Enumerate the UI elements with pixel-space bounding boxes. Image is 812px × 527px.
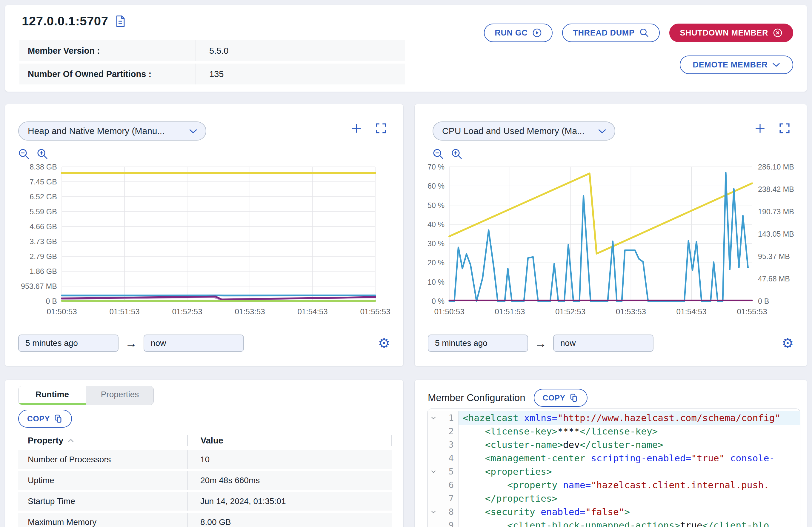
tab-runtime[interactable]: Runtime [18,386,86,405]
cell-value: 20m 48s 660ms [187,471,392,490]
chart-settings-gear-icon[interactable]: ⚙ [378,336,390,350]
svg-text:7.45 GB: 7.45 GB [30,178,57,186]
cpu-chart-metric-dropdown[interactable]: CPU Load and Used Memory (Ma... [433,121,615,141]
add-chart-icon[interactable] [754,123,766,134]
svg-text:01:51:53: 01:51:53 [109,307,140,316]
sort-caret-up-icon [68,438,74,442]
column-divider [391,435,392,446]
thread-dump-button[interactable]: THREAD DUMP [562,24,659,42]
table-row: Number of Processors10 [18,450,392,469]
zoom-in-icon[interactable] [37,148,49,160]
svg-text:01:51:53: 01:51:53 [495,307,525,316]
member-info-table: Member Version :5.5.0Number Of Owned Par… [19,40,405,85]
code-content: <security enabled="false"> [459,505,800,519]
code-gutter: 6 [427,478,459,492]
time-range-from-input[interactable] [428,335,528,352]
fold-chevron-icon[interactable] [427,470,439,473]
arrow-right-icon: → [535,337,547,350]
run-gc-button[interactable]: RUN GC [484,24,553,42]
time-range-to-input[interactable] [144,335,244,352]
table-row: Uptime20m 48s 660ms [18,471,392,490]
svg-text:40 %: 40 % [427,220,445,229]
member-info-row: Member Version :5.5.0 [19,40,405,61]
svg-text:10 %: 10 % [427,278,445,286]
heap-memory-chart-card: Heap and Native Memory (Manu... [5,104,404,366]
svg-text:2.79 GB: 2.79 GB [30,252,57,261]
code-gutter: 5 [427,465,459,478]
page-title: 127.0.0.1:5707 [22,14,108,28]
cpu-chart-metric-label: CPU Load and Used Memory (Ma... [442,126,584,136]
info-value: 135 [195,63,405,85]
line-number: 9 [439,519,454,527]
add-chart-icon[interactable] [351,123,362,134]
svg-text:01:55:53: 01:55:53 [737,307,767,316]
svg-text:143.05 MB: 143.05 MB [758,230,794,238]
fold-chevron-icon[interactable] [427,510,439,514]
chevron-down-icon [598,129,606,134]
chart-settings-gear-icon[interactable]: ⚙ [782,336,794,350]
cell-property: Startup Time [18,497,187,506]
member-configuration-card: Member Configuration COPY 1<hazelcast xm… [414,380,807,527]
code-line: 7 </properties> [427,492,800,505]
code-line: 3 <cluster-name>dev</cluster-name> [427,438,800,452]
copy-icon [570,393,579,402]
fold-chevron-icon[interactable] [427,416,439,420]
config-code-editor[interactable]: 1<hazelcast xmlns="http://www.hazelcast.… [427,409,800,527]
table-row: Maximum Memory8.00 GB [18,513,392,527]
zoom-in-icon[interactable] [451,148,463,160]
code-gutter: 1 [427,411,459,425]
cell-property: Maximum Memory [18,517,187,527]
line-number: 6 [439,478,454,492]
line-number: 5 [439,465,454,478]
code-line: 9 <client-block-unmapped-actions>true</c… [427,519,800,527]
svg-text:238.42 MB: 238.42 MB [758,185,794,193]
chevron-down-icon [772,62,780,67]
fullscreen-icon[interactable] [375,123,387,134]
code-line: 1<hazelcast xmlns="http://www.hazelcast.… [427,411,800,425]
member-info-row: Number Of Owned Partitions :135 [19,63,405,85]
svg-text:01:52:53: 01:52:53 [172,307,202,316]
code-gutter: 9 [427,519,459,527]
play-circle-icon [532,28,542,38]
svg-text:30 %: 30 % [427,239,445,248]
tab-properties[interactable]: Properties [86,386,154,405]
code-gutter: 7 [427,492,459,505]
code-gutter: 2 [427,425,459,438]
cpu-memory-chart-card: CPU Load and Used Memory (Ma... [414,104,807,366]
runtime-tabs: RuntimeProperties [18,386,154,405]
info-label: Number Of Owned Partitions : [19,69,195,79]
svg-text:47.68 MB: 47.68 MB [758,275,790,283]
code-line: 4 <management-center scripting-enabled="… [427,452,800,465]
column-header-property[interactable]: Property [18,436,187,445]
shutdown-member-button[interactable]: SHUTDOWN MEMBER [669,24,793,42]
svg-text:70 %: 70 % [427,163,445,171]
heap-chart-metric-dropdown[interactable]: Heap and Native Memory (Manu... [18,121,206,141]
line-number: 3 [439,438,454,452]
zoom-out-icon[interactable] [18,148,30,160]
svg-text:01:53:53: 01:53:53 [616,307,646,316]
code-content: <license-key>****</license-key> [459,425,800,438]
svg-text:50 %: 50 % [427,201,445,209]
config-code-lines: 1<hazelcast xmlns="http://www.hazelcast.… [427,409,800,527]
svg-text:5.59 GB: 5.59 GB [30,207,57,216]
code-line: 8 <security enabled="false"> [427,505,800,519]
svg-text:6.52 GB: 6.52 GB [30,192,57,201]
runtime-table: Number of Processors10Uptime20m 48s 660m… [18,450,392,527]
member-detail-page: 127.0.0.1:5707 Member Version :5.5.0Numb… [0,0,812,527]
zoom-out-icon[interactable] [433,148,445,160]
svg-text:95.37 MB: 95.37 MB [758,252,790,261]
demote-member-button[interactable]: DEMOTE MEMBER [680,56,793,74]
column-header-value[interactable]: Value [187,435,391,446]
cell-property: Number of Processors [18,455,187,464]
table-row: Startup TimeJun 14, 2024, 01:35:01 [18,492,392,511]
config-copy-button[interactable]: COPY [534,389,588,407]
time-range-from-input[interactable] [18,335,118,352]
time-range-to-input[interactable] [553,335,653,352]
runtime-copy-button[interactable]: COPY [18,410,72,428]
svg-text:4.66 GB: 4.66 GB [30,222,57,231]
fullscreen-icon[interactable] [779,123,790,134]
copy-address-icon[interactable] [115,15,126,27]
svg-text:01:50:53: 01:50:53 [46,307,77,316]
arrow-right-icon: → [125,337,137,350]
chevron-down-icon [189,129,197,134]
